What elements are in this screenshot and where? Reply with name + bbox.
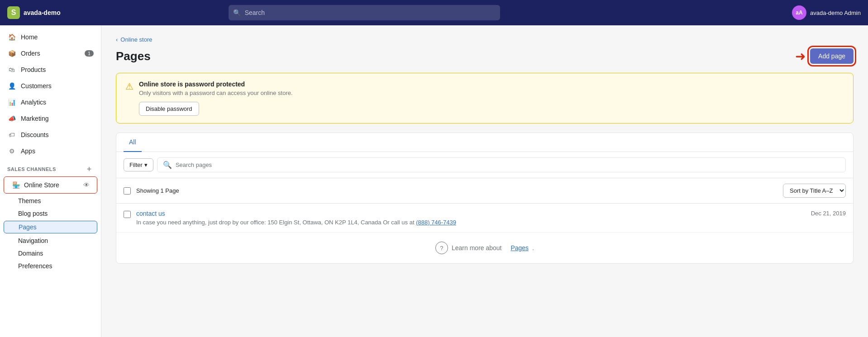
sales-channels-title: SALES CHANNELS + [0,159,101,176]
sidebar-label-marketing: Marketing [21,115,48,122]
marketing-icon: 📣 [7,114,16,123]
apps-icon: ⚙ [7,147,16,156]
learn-more-icon: ? [435,242,448,254]
top-nav-right: aA avada-demo Admin [792,5,861,20]
sidebar-label-discounts: Discounts [21,131,48,138]
search-container: 🔍 [229,5,500,20]
username-label: avada-demo Admin [810,9,861,16]
warning-title: Online store is password protected [139,81,844,88]
sidebar-sub-item-navigation[interactable]: Navigation [0,234,101,247]
table-row: contact us In case you need anything, ju… [116,204,853,233]
preview-store-button[interactable]: 👁 [83,181,90,189]
online-store-label: Online Store [24,181,59,189]
sidebar-item-products[interactable]: 🛍 Products [0,62,101,78]
orders-icon: 📦 [7,49,16,58]
sidebar-label-apps: Apps [21,147,35,155]
warning-content: Online store is password protected Only … [139,81,844,116]
customers-icon: 👤 [7,81,16,90]
orders-badge: 1 [85,50,94,57]
page-title: Pages [116,49,151,63]
row-description: In case you need anything, just drop by … [136,219,811,226]
tabs-bar: All [116,133,853,152]
sidebar-label-home: Home [21,33,38,41]
sidebar-sub-item-preferences[interactable]: Preferences [0,260,101,272]
sidebar-item-online-store[interactable]: 🏪 Online Store 👁 [4,176,97,194]
sidebar-sub-item-domains[interactable]: Domains [0,247,101,260]
disable-password-button[interactable]: Disable password [139,102,199,116]
avatar[interactable]: aA [792,5,806,20]
filter-button[interactable]: Filter ▾ [124,158,153,171]
row-title[interactable]: contact us [136,210,811,217]
top-navigation: S avada-demo 🔍 aA avada-demo Admin [0,0,868,25]
shopify-logo-icon: S [7,6,20,19]
sidebar-label-orders: Orders [21,50,40,57]
sidebar-label-customers: Customers [21,82,52,90]
breadcrumb-parent: Online store [120,36,152,43]
warning-description: Only visitors with a password can access… [139,90,844,96]
sidebar: 🏠 Home 📦 Orders 1 🛍 Products 👤 Customers… [0,25,101,337]
sidebar-sub-item-pages[interactable]: Pages [4,221,97,233]
showing-count: Showing 1 Page [136,187,179,194]
add-sales-channel-button[interactable]: + [85,165,94,174]
search-pages-input[interactable] [176,161,840,168]
breadcrumb-chevron: ‹ [116,36,118,43]
brand-name: avada-demo [24,9,61,16]
main-content: ‹ Online store Pages ➜ Add page ⚠ Online… [101,25,868,337]
discounts-icon: 🏷 [7,130,16,139]
warning-banner: ⚠ Online store is password protected Onl… [116,73,854,123]
add-page-btn-wrapper: ➜ Add page [810,48,854,64]
row-checkbox[interactable] [124,211,131,218]
select-all-checkbox[interactable] [124,187,131,195]
sidebar-item-analytics[interactable]: 📊 Analytics [0,94,101,110]
sidebar-label-analytics: Analytics [21,99,46,106]
sidebar-item-apps[interactable]: ⚙ Apps [0,143,101,159]
home-icon: 🏠 [7,33,16,42]
learn-more-link[interactable]: Pages [510,244,529,252]
search-pages-container: 🔍 [157,157,846,172]
sidebar-item-marketing[interactable]: 📣 Marketing [0,110,101,127]
filter-chevron-icon: ▾ [144,161,148,168]
sidebar-sub-item-blog-posts[interactable]: Blog posts [0,207,101,220]
search-pages-icon: 🔍 [163,161,172,169]
sidebar-sub-item-themes[interactable]: Themes [0,195,101,207]
row-phone-link[interactable]: (888) 746-7439 [416,219,456,226]
filter-row: Filter ▾ 🔍 [116,152,853,178]
products-icon: 🛍 [7,65,16,74]
warning-icon: ⚠ [125,81,134,92]
learn-more-section: ? Learn more about Pages. [116,233,853,263]
brand-logo[interactable]: S avada-demo [7,6,80,19]
search-icon: 🔍 [233,9,241,16]
search-input[interactable] [229,5,500,20]
learn-more-text-before: Learn more about [452,244,502,252]
tab-all[interactable]: All [124,133,142,152]
breadcrumb[interactable]: ‹ Online store [116,36,854,43]
analytics-icon: 📊 [7,98,16,107]
arrow-indicator: ➜ [795,49,806,64]
online-store-icon: 🏪 [11,180,20,190]
sidebar-item-customers[interactable]: 👤 Customers [0,78,101,94]
sidebar-item-discounts[interactable]: 🏷 Discounts [0,127,101,143]
sort-select[interactable]: Sort by Title A–Z [783,184,846,198]
add-page-button[interactable]: Add page [810,48,854,64]
sidebar-label-products: Products [21,66,46,73]
page-header: Pages ➜ Add page [116,48,854,64]
sidebar-item-orders[interactable]: 📦 Orders 1 [0,45,101,62]
pages-card: All Filter ▾ 🔍 Showing 1 Page Sor [116,133,854,264]
table-header-row: Showing 1 Page Sort by Title A–Z [116,178,853,204]
row-content: contact us In case you need anything, ju… [136,210,811,226]
sidebar-item-home[interactable]: 🏠 Home [0,29,101,45]
row-date: Dec 21, 2019 [811,210,846,217]
